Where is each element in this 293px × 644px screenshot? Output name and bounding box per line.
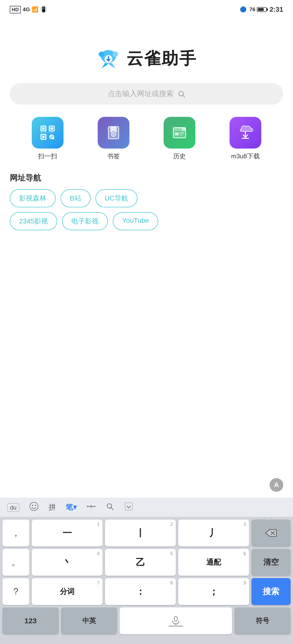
svg-rect-22 — [180, 134, 183, 136]
status-bar: HD 4G 📶 📳 🔵 76 2:31 — [0, 0, 293, 17]
battery-indicator: 76 — [249, 6, 266, 13]
toolbar-bi[interactable]: 笔▾ — [66, 502, 77, 512]
download-icon-box — [229, 117, 261, 148]
nav-row-2: 2345影视 电子影视 YouTube — [10, 212, 283, 230]
quick-action-history[interactable]: 历史 — [164, 117, 195, 160]
history-icon-box — [164, 117, 195, 148]
vibrate-icon: 📳 — [40, 6, 47, 13]
scan-label: 扫一扫 — [38, 152, 57, 160]
svg-rect-8 — [42, 127, 45, 130]
main-content: 云雀助手 点击输入网址或搜索 — [0, 17, 293, 242]
hd-label: HD — [10, 6, 21, 14]
svg-rect-21 — [180, 132, 184, 134]
bookmark-label: 书签 — [107, 152, 120, 160]
symbol-key[interactable]: 符号 — [234, 608, 290, 634]
signal-label: 4G — [23, 6, 30, 13]
keyboard-container: A du 拼 笔▾ — [0, 498, 293, 644]
key-3-pie[interactable]: 3 丿 — [178, 520, 249, 546]
bluetooth-icon: 🔵 — [240, 6, 246, 13]
battery-percent: 76 — [249, 6, 255, 13]
keyboard-toolbar: du 拼 笔▾ — [0, 498, 293, 517]
history-label: 历史 — [173, 152, 186, 160]
key-8-colon[interactable]: 8 ： — [105, 578, 176, 605]
nav-item-yingshi[interactable]: 影视森林 — [10, 189, 56, 207]
signal-bars: 📶 — [32, 6, 38, 13]
key-2-gun[interactable]: 2 丨 — [105, 520, 176, 546]
nav-item-uc[interactable]: UC导航 — [96, 189, 137, 207]
search-placeholder-text: 点击输入网址或搜索 — [108, 89, 174, 99]
svg-line-33 — [111, 508, 113, 510]
svg-point-25 — [30, 502, 38, 510]
svg-point-32 — [107, 504, 112, 508]
status-right: 🔵 76 2:31 — [240, 6, 283, 14]
key-7-fen[interactable]: 7 分词 — [32, 578, 103, 605]
nav-row-1: 影视森林 B站 UC导航 — [10, 189, 283, 207]
key-6-tongpei[interactable]: 6 通配 — [178, 549, 249, 576]
punct-key-period[interactable]: 。 — [3, 549, 29, 576]
bottom-key-row: 123 中英 符号 — [3, 608, 290, 637]
key-4-dian[interactable]: 4 丶 — [32, 549, 103, 576]
svg-rect-37 — [174, 616, 177, 621]
key-row-3: ? 7 分词 8 ： 9 ； 搜索 — [3, 578, 290, 605]
svg-line-2 — [183, 96, 185, 97]
punct-key-comma[interactable]: ， — [3, 520, 29, 546]
scan-icon-box — [32, 117, 64, 148]
status-left: HD 4G 📶 📳 — [10, 6, 47, 14]
avatar-bubble: A — [269, 478, 283, 492]
app-name: 云雀助手 — [126, 48, 197, 70]
toolbar-search[interactable] — [106, 502, 114, 512]
nav-item-dianzi[interactable]: 电子影视 — [62, 212, 108, 230]
quick-action-scan[interactable]: 扫一扫 — [32, 117, 64, 160]
quick-action-download[interactable]: m3u8下载 — [229, 117, 261, 160]
footer-area: 知乎 @HUI — [256, 517, 283, 524]
key-5-zhe[interactable]: 5 乙 — [105, 549, 176, 576]
nav-title: 网址导航 — [10, 173, 283, 184]
lang-switch-key[interactable]: 中英 — [61, 608, 117, 634]
toolbar-baidu[interactable]: du — [7, 504, 19, 511]
svg-marker-29 — [87, 506, 88, 508]
num-switch-key[interactable]: 123 — [3, 608, 59, 634]
nav-item-youtube[interactable]: YouTube — [113, 212, 158, 230]
svg-point-26 — [32, 505, 33, 506]
svg-rect-9 — [51, 127, 53, 130]
key-row-1: ， 1 一 2 丨 3 丿 — [3, 520, 290, 546]
key-9-semicolon[interactable]: 9 ； — [178, 578, 249, 605]
bookmark-icon-box — [98, 117, 129, 148]
toolbar-collapse[interactable] — [124, 502, 133, 513]
search-bar[interactable]: 点击输入网址或搜索 — [10, 83, 283, 105]
nav-item-2345[interactable]: 2345影视 — [10, 212, 57, 230]
svg-rect-10 — [42, 136, 45, 138]
nav-section: 网址导航 影视森林 B站 UC导航 2345影视 电子影视 YouTube — [10, 173, 283, 230]
toolbar-cursor[interactable] — [86, 502, 96, 513]
svg-rect-20 — [175, 132, 179, 136]
svg-point-27 — [35, 505, 36, 506]
search-enter-key[interactable]: 搜索 — [251, 578, 290, 605]
toolbar-items: du 拼 笔▾ — [7, 502, 133, 513]
svg-marker-30 — [95, 506, 96, 508]
logo-area: 云雀助手 — [10, 46, 283, 71]
quick-action-bookmark[interactable]: 书签 — [98, 117, 129, 160]
svg-rect-34 — [125, 503, 132, 510]
battery-icon — [257, 7, 267, 12]
key-row-2: 。 4 丶 5 乙 6 通配 清空 — [3, 549, 290, 576]
watermark-text: 知乎 @HUI — [256, 518, 283, 524]
toolbar-emoji[interactable] — [29, 502, 39, 513]
key-1-yi[interactable]: 1 一 — [32, 520, 103, 546]
keyboard-bottom-pad — [0, 639, 293, 644]
keyboard-body: ， 1 一 2 丨 3 丿 — [0, 517, 293, 639]
quick-actions-row: 扫一扫 书签 — [10, 117, 283, 160]
time-display: 2:31 — [269, 6, 283, 14]
download-label: m3u8下载 — [231, 152, 259, 160]
avatar-area: A — [269, 478, 283, 492]
search-icon — [177, 90, 185, 98]
nav-item-bilibili[interactable]: B站 — [61, 189, 91, 207]
space-key[interactable] — [120, 608, 232, 634]
toolbar-pinyin[interactable]: 拼 — [49, 502, 56, 512]
clear-key[interactable]: 清空 — [251, 549, 290, 576]
app-logo-icon — [96, 46, 121, 71]
punct-key-question[interactable]: ? — [3, 578, 29, 605]
